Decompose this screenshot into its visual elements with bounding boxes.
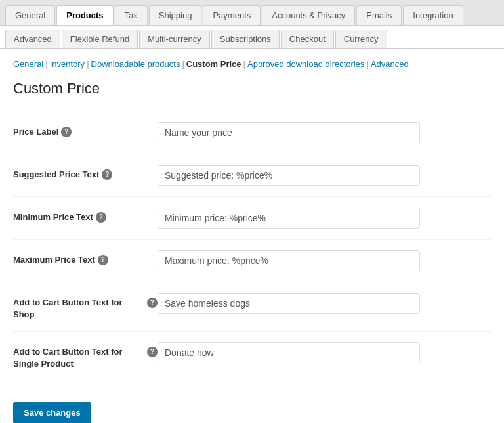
breadcrumb-link-advanced[interactable]: Advanced	[371, 59, 409, 69]
help-icon-cart-button-shop[interactable]: ?	[147, 298, 158, 308]
form-row-price-label: Price Label?	[13, 112, 491, 154]
label-cart-button-single: Add to Cart Button Text for Single Produ…	[13, 346, 144, 370]
tab2-checkout[interactable]: Checkout	[281, 30, 334, 48]
label-maximum-price-text: Maximum Price Text	[13, 254, 95, 266]
label-cart-button-shop: Add to Cart Button Text for Shop	[13, 297, 144, 321]
breadcrumb-sep: |	[87, 59, 89, 69]
tab2-subscriptions[interactable]: Subscriptions	[211, 30, 280, 48]
input-cart-button-shop[interactable]	[158, 293, 420, 314]
breadcrumb-link-inventory[interactable]: Inventory	[50, 59, 85, 69]
help-icon-price-label[interactable]: ?	[61, 127, 72, 137]
label-wrap-maximum-price-text: Maximum Price Text?	[13, 250, 158, 266]
tab-payments[interactable]: Payments	[203, 5, 261, 25]
input-wrap-minimum-price-text	[158, 208, 491, 229]
breadcrumb-link-general[interactable]: General	[13, 59, 43, 69]
input-wrap-suggested-price-text	[158, 165, 491, 186]
breadcrumb-current: Custom Price	[186, 59, 242, 69]
label-wrap-minimum-price-text: Minimum Price Text?	[13, 208, 158, 223]
save-area: Save changes	[0, 391, 504, 423]
main-content: General | Inventory | Downloadable produ…	[0, 49, 504, 391]
label-wrap-price-label: Price Label?	[13, 122, 158, 138]
breadcrumb-link-downloadable-products[interactable]: Downloadable products	[91, 59, 180, 69]
help-icon-maximum-price-text[interactable]: ?	[98, 255, 108, 265]
breadcrumb-sep: |	[243, 59, 245, 69]
label-price-label: Price Label	[13, 126, 58, 138]
breadcrumb-sep: |	[45, 59, 47, 69]
label-wrap-cart-button-single: Add to Cart Button Text for Single Produ…	[13, 342, 158, 370]
breadcrumb-link-approved-download-directories[interactable]: Approved download directories	[247, 59, 365, 69]
tab2-currency[interactable]: Currency	[335, 30, 387, 48]
input-wrap-cart-button-single	[158, 342, 491, 363]
tab-general[interactable]: General	[5, 5, 55, 25]
input-wrap-cart-button-shop	[158, 293, 491, 314]
save-button[interactable]: Save changes	[13, 402, 91, 423]
input-suggested-price-text[interactable]	[158, 165, 420, 186]
label-wrap-suggested-price-text: Suggested Price Text?	[13, 165, 158, 181]
tab-emails[interactable]: Emails	[356, 5, 402, 25]
label-wrap-cart-button-shop: Add to Cart Button Text for Shop?	[13, 293, 158, 321]
form-row-cart-button-single: Add to Cart Button Text for Single Produ…	[13, 331, 491, 380]
tab-accounts-privacy[interactable]: Accounts & Privacy	[262, 5, 355, 25]
tab-products[interactable]: Products	[56, 5, 113, 25]
tab2-advanced[interactable]: Advanced	[5, 30, 60, 48]
form-row-suggested-price-text: Suggested Price Text?	[13, 154, 491, 196]
input-cart-button-single[interactable]	[158, 342, 420, 363]
label-suggested-price-text: Suggested Price Text	[13, 169, 99, 181]
input-maximum-price-text[interactable]	[158, 250, 420, 271]
tab2-flexible-refund[interactable]: Flexible Refund	[62, 30, 138, 48]
help-icon-minimum-price-text[interactable]: ?	[96, 212, 106, 223]
breadcrumb-sep: |	[366, 59, 368, 69]
label-minimum-price-text: Minimum Price Text	[13, 212, 93, 223]
page-title: Custom Price	[13, 79, 491, 99]
tab-bar-primary: GeneralProductsTaxShippingPaymentsAccoun…	[0, 0, 504, 26]
form-row-minimum-price-text: Minimum Price Text?	[13, 196, 491, 239]
help-icon-cart-button-single[interactable]: ?	[147, 347, 158, 357]
tab2-multi-currency[interactable]: Multi-currency	[139, 30, 210, 48]
breadcrumb-sep: |	[182, 59, 184, 69]
help-icon-suggested-price-text[interactable]: ?	[102, 169, 112, 180]
custom-price-form: Price Label?Suggested Price Text?Minimum…	[13, 112, 491, 381]
form-row-cart-button-shop: Add to Cart Button Text for Shop?	[13, 282, 491, 331]
tab-shipping[interactable]: Shipping	[149, 5, 202, 25]
form-row-maximum-price-text: Maximum Price Text?	[13, 239, 491, 282]
breadcrumb: General | Inventory | Downloadable produ…	[13, 59, 491, 69]
input-wrap-price-label	[158, 122, 491, 143]
input-wrap-maximum-price-text	[158, 250, 491, 271]
input-minimum-price-text[interactable]	[158, 208, 420, 229]
tab-integration[interactable]: Integration	[403, 5, 463, 25]
tab-tax[interactable]: Tax	[115, 5, 148, 25]
input-price-label[interactable]	[158, 122, 420, 143]
tab-bar-secondary: AdvancedFlexible RefundMulti-currencySub…	[0, 26, 504, 49]
